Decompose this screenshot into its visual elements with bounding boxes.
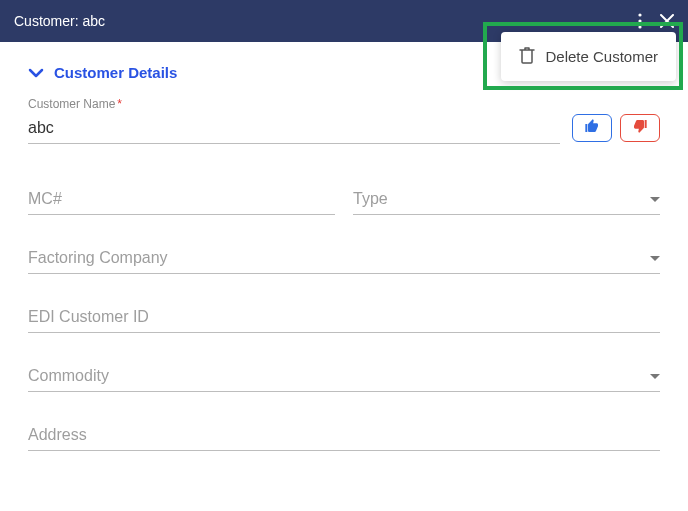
thumbs-down-icon	[632, 118, 648, 138]
more-options-icon[interactable]	[638, 13, 642, 29]
factoring-company-field	[28, 243, 660, 274]
svg-point-2	[638, 25, 641, 28]
commodity-select[interactable]	[28, 361, 660, 392]
address-input[interactable]	[28, 420, 660, 451]
address-field	[28, 420, 660, 451]
trash-icon	[519, 46, 535, 67]
required-star-icon: *	[117, 97, 122, 111]
mc-number-field	[28, 184, 335, 215]
edi-customer-id-input[interactable]	[28, 302, 660, 333]
close-icon[interactable]	[660, 14, 674, 28]
edi-customer-id-field	[28, 302, 660, 333]
rating-buttons	[572, 114, 660, 144]
svg-point-1	[638, 19, 641, 22]
thumbs-down-button[interactable]	[620, 114, 660, 142]
customer-name-label: Customer Name*	[28, 97, 560, 111]
thumbs-up-button[interactable]	[572, 114, 612, 142]
header-actions	[638, 13, 674, 29]
type-field	[353, 184, 660, 215]
commodity-field	[28, 361, 660, 392]
chevron-down-icon	[28, 64, 44, 81]
factoring-company-select[interactable]	[28, 243, 660, 274]
delete-customer-menu-item[interactable]: Delete Customer	[501, 32, 676, 81]
delete-customer-label: Delete Customer	[545, 48, 658, 65]
section-title: Customer Details	[54, 64, 177, 81]
thumbs-up-icon	[584, 118, 600, 138]
customer-name-input[interactable]: abc	[28, 113, 560, 144]
panel-title: Customer: abc	[14, 13, 105, 29]
mc-number-input[interactable]	[28, 184, 335, 215]
type-select[interactable]	[353, 184, 660, 215]
customer-name-field: Customer Name* abc	[28, 97, 560, 144]
svg-point-0	[638, 13, 641, 16]
content-area: Customer Details Customer Name* abc	[0, 42, 688, 451]
